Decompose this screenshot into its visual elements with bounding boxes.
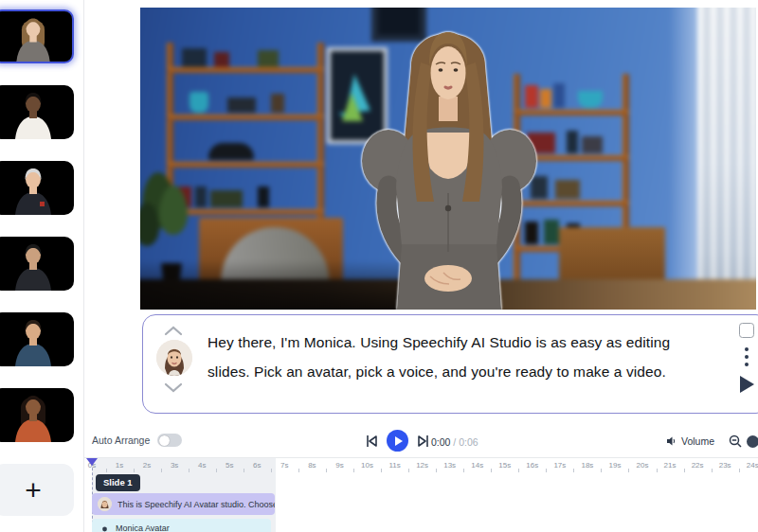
ruler-label: 8s — [308, 461, 316, 470]
ruler-label: 3s — [171, 461, 178, 470]
ruler-minor-tick — [244, 469, 244, 472]
add-avatar-button[interactable]: + — [0, 464, 74, 516]
ruler-label: 13s — [443, 461, 456, 470]
avatar-person-icon — [0, 388, 74, 442]
auto-arrange-control: Auto Arrange — [92, 434, 182, 447]
slide-badge[interactable]: Slide 1 — [96, 474, 140, 491]
ruler-label: 16s — [526, 461, 538, 470]
ruler-minor-tick — [573, 469, 574, 472]
speaker-icon — [666, 435, 677, 447]
playhead-handle[interactable] — [86, 458, 98, 466]
app-window: + — [0, 0, 758, 532]
ruler-label: 5s — [226, 461, 233, 470]
avatar-thumbnail-man-blue-shirt[interactable] — [0, 312, 74, 366]
ruler-minor-tick — [271, 469, 272, 472]
ruler-label: 22s — [692, 461, 704, 470]
ruler-minor-tick — [684, 469, 685, 472]
presenter-avatar — [140, 8, 756, 310]
ruler-label: 17s — [553, 461, 566, 470]
kebab-menu-icon[interactable] — [745, 347, 749, 366]
ruler-label: 24s — [747, 461, 758, 470]
ruler-minor-tick — [326, 469, 327, 472]
ruler-minor-tick — [353, 469, 354, 472]
move-down-button[interactable] — [164, 381, 183, 395]
script-text[interactable]: Hey there, I'm Monica. Using Speechify A… — [208, 328, 693, 386]
script-controls — [738, 323, 755, 393]
select-checkbox[interactable] — [739, 323, 754, 338]
ruler-minor-tick — [657, 469, 658, 472]
ruler-minor-tick — [491, 469, 492, 472]
zoom-slider-knob[interactable] — [747, 435, 758, 448]
track-avatar[interactable]: Monica Avatar — [92, 519, 271, 532]
ruler-label: 4s — [198, 461, 206, 470]
skip-to-start-button[interactable] — [366, 434, 378, 448]
move-up-button[interactable] — [164, 324, 183, 337]
skip-to-end-button[interactable] — [417, 434, 429, 448]
timeline[interactable]: 0s1s2s3s4s5s6s7s8s9s10s11s12s13s14s15s16… — [84, 457, 758, 532]
ruler-minor-tick — [739, 469, 740, 472]
ruler-label: 23s — [719, 461, 731, 470]
ruler-minor-tick — [436, 469, 437, 472]
avatar-thumbnail-monica-selected[interactable] — [0, 9, 74, 63]
person-icon — [99, 523, 110, 532]
ruler-label: 21s — [664, 461, 677, 470]
avatar-thumbnail-woman-orange-top[interactable] — [0, 388, 74, 442]
timeline-ruler[interactable]: 0s1s2s3s4s5s6s7s8s9s10s11s12s13s14s15s16… — [84, 458, 758, 473]
ruler-minor-tick — [628, 469, 629, 472]
ruler-label: 15s — [498, 461, 511, 470]
zoom-out-icon[interactable] — [729, 434, 742, 448]
ruler-minor-tick — [546, 469, 547, 472]
ruler-label: 7s — [280, 461, 288, 470]
time-separator: / — [450, 436, 459, 448]
row-play-button[interactable] — [740, 376, 754, 393]
ruler-label: 12s — [416, 461, 428, 470]
ruler-label: 19s — [608, 461, 621, 470]
ruler-minor-tick — [381, 469, 382, 472]
avatar-person-icon — [0, 161, 74, 215]
toggle-knob — [159, 435, 170, 446]
avatar-sidebar: + — [0, 0, 84, 532]
avatar-person-icon — [0, 85, 74, 139]
volume-control[interactable]: Volume — [666, 435, 714, 447]
ruler-minor-tick — [298, 469, 299, 472]
ruler-minor-tick — [601, 469, 602, 472]
avatar-person-icon — [0, 11, 72, 62]
track-script[interactable]: This is Speechify AI Avatar studio. Choo… — [92, 493, 275, 515]
ruler-label: 14s — [471, 461, 483, 470]
script-avatar — [156, 340, 192, 376]
ruler-minor-tick — [408, 469, 409, 472]
transport-controls — [366, 430, 429, 452]
time-total: 0:06 — [459, 436, 478, 448]
ruler-label: 1s — [116, 461, 123, 470]
ruler-label: 11s — [388, 461, 400, 470]
avatar-person-icon — [0, 312, 74, 366]
ruler-minor-tick — [189, 469, 190, 472]
avatar-thumbnail-man-white-shirt[interactable] — [0, 85, 74, 139]
auto-arrange-toggle[interactable] — [157, 434, 182, 447]
ruler-label: 9s — [335, 461, 343, 470]
ruler-minor-tick — [712, 469, 713, 472]
playback-toolbar: Auto Arrange 0:00 / 0:06 Volume — [84, 429, 758, 455]
ruler-minor-tick — [161, 469, 162, 472]
avatar-list — [0, 9, 74, 442]
time-display: 0:00 / 0:06 — [431, 436, 478, 448]
avatar-thumbnail-older-man-suit[interactable] — [0, 161, 74, 215]
avatar-person-icon — [0, 237, 74, 291]
track-avatar-icon — [98, 497, 112, 511]
ruler-minor-tick — [106, 469, 107, 472]
ruler-minor-tick — [463, 469, 464, 472]
video-preview[interactable] — [140, 8, 756, 310]
track-script-label: This is Speechify AI Avatar studio. Choo… — [117, 500, 275, 509]
time-current: 0:00 — [431, 436, 450, 448]
ruler-minor-tick — [518, 469, 519, 472]
avatar-thumbnail-man-dark-tee[interactable] — [0, 237, 74, 291]
track-avatar-label: Monica Avatar — [116, 523, 170, 532]
volume-label: Volume — [681, 435, 714, 447]
ruler-label: 6s — [253, 461, 261, 470]
script-block: Hey there, I'm Monica. Using Speechify A… — [142, 314, 758, 414]
play-icon — [395, 436, 403, 446]
ruler-label: 18s — [581, 461, 593, 470]
ruler-label: 20s — [637, 461, 649, 470]
ruler-minor-tick — [134, 469, 135, 472]
play-button[interactable] — [387, 430, 408, 452]
